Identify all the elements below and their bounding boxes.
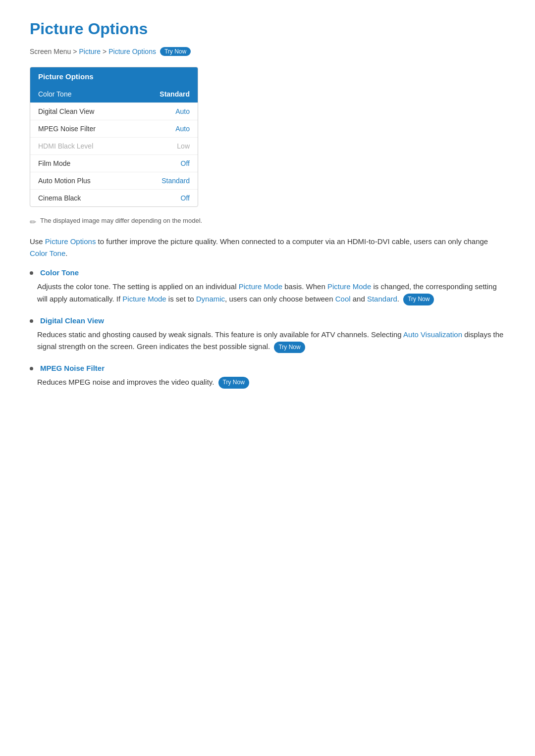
- menu-item-label: Digital Clean View: [38, 107, 94, 115]
- menu-item-value: Auto: [175, 125, 190, 133]
- menu-item-value: Off: [181, 194, 190, 202]
- section-desc: Reduces static and ghosting caused by we…: [37, 329, 505, 353]
- menu-item-label: Color Tone: [38, 90, 71, 98]
- menu-item-label: MPEG Noise Filter: [38, 125, 96, 133]
- section-item: MPEG Noise FilterReduces MPEG noise and …: [30, 364, 505, 389]
- desc-link[interactable]: Standard: [367, 295, 397, 303]
- breadcrumb-picture[interactable]: Picture: [79, 48, 101, 55]
- breadcrumb-picture-options[interactable]: Picture Options: [108, 48, 156, 55]
- menu-box-header: Picture Options: [30, 67, 198, 86]
- section-title-text[interactable]: Digital Clean View: [40, 316, 104, 325]
- menu-item[interactable]: Auto Motion PlusStandard: [30, 172, 198, 190]
- bullet-icon: [30, 319, 33, 323]
- intro-paragraph: Use Picture Options to further improve t…: [30, 236, 505, 259]
- section-item: Digital Clean ViewReduces static and gho…: [30, 316, 505, 353]
- desc-link[interactable]: Cool: [335, 295, 351, 303]
- pencil-icon: ✏: [30, 217, 36, 227]
- menu-items-container: Color ToneStandardDigital Clean ViewAuto…: [30, 86, 198, 206]
- menu-item-value: Standard: [161, 177, 190, 185]
- section-desc: Adjusts the color tone. The setting is a…: [37, 281, 505, 305]
- menu-item[interactable]: MPEG Noise FilterAuto: [30, 120, 198, 138]
- bullet-icon: [30, 367, 33, 370]
- section-title: Digital Clean View: [30, 316, 505, 325]
- menu-item[interactable]: Film ModeOff: [30, 155, 198, 172]
- breadcrumb-sep1: >: [73, 48, 77, 55]
- desc-link[interactable]: Dynamic: [196, 295, 225, 303]
- try-now-badge[interactable]: Try Now: [403, 294, 434, 305]
- menu-item-value: Low: [177, 142, 190, 150]
- menu-item[interactable]: HDMI Black LevelLow: [30, 138, 198, 155]
- menu-item-label: Auto Motion Plus: [38, 177, 91, 185]
- menu-item-value: Standard: [160, 90, 190, 98]
- desc-link[interactable]: Auto Visualization: [403, 330, 462, 339]
- breadcrumb-sep2: >: [103, 48, 107, 55]
- page-title: Picture Options: [30, 20, 505, 38]
- breadcrumb: Screen Menu > Picture > Picture Options …: [30, 47, 505, 56]
- section-title: MPEG Noise Filter: [30, 364, 505, 372]
- desc-link[interactable]: Picture Mode: [239, 282, 282, 291]
- note-text: The displayed image may differ depending…: [40, 217, 202, 224]
- section-item: Color ToneAdjusts the color tone. The se…: [30, 268, 505, 305]
- menu-item[interactable]: Digital Clean ViewAuto: [30, 103, 198, 120]
- breadcrumb-try-now-badge[interactable]: Try Now: [160, 47, 191, 56]
- menu-item-label: Cinema Black: [38, 194, 81, 202]
- intro-link-picture-options[interactable]: Picture Options: [45, 237, 96, 246]
- section-title-text[interactable]: MPEG Noise Filter: [40, 364, 105, 372]
- menu-item-value: Auto: [175, 107, 190, 115]
- picture-options-menu: Picture Options Color ToneStandardDigita…: [30, 67, 198, 207]
- bullet-icon: [30, 271, 33, 275]
- section-title-text[interactable]: Color Tone: [40, 268, 79, 277]
- desc-link[interactable]: Picture Mode: [327, 282, 371, 291]
- menu-item[interactable]: Color ToneStandard: [30, 86, 198, 103]
- menu-item-label: Film Mode: [38, 159, 70, 167]
- menu-item-label: HDMI Black Level: [38, 142, 93, 150]
- menu-item-value: Off: [181, 159, 190, 167]
- menu-item[interactable]: Cinema BlackOff: [30, 190, 198, 206]
- desc-link[interactable]: Picture Mode: [122, 295, 166, 303]
- intro-link-color-tone[interactable]: Color Tone: [30, 249, 65, 257]
- section-desc: Reduces MPEG noise and improves the vide…: [37, 376, 505, 389]
- try-now-badge[interactable]: Try Now: [274, 342, 305, 353]
- breadcrumb-screen-menu: Screen Menu: [30, 48, 71, 55]
- sections-list: Color ToneAdjusts the color tone. The se…: [30, 268, 505, 389]
- try-now-badge[interactable]: Try Now: [218, 377, 249, 389]
- note-line: ✏ The displayed image may differ dependi…: [30, 217, 505, 227]
- section-title: Color Tone: [30, 268, 505, 277]
